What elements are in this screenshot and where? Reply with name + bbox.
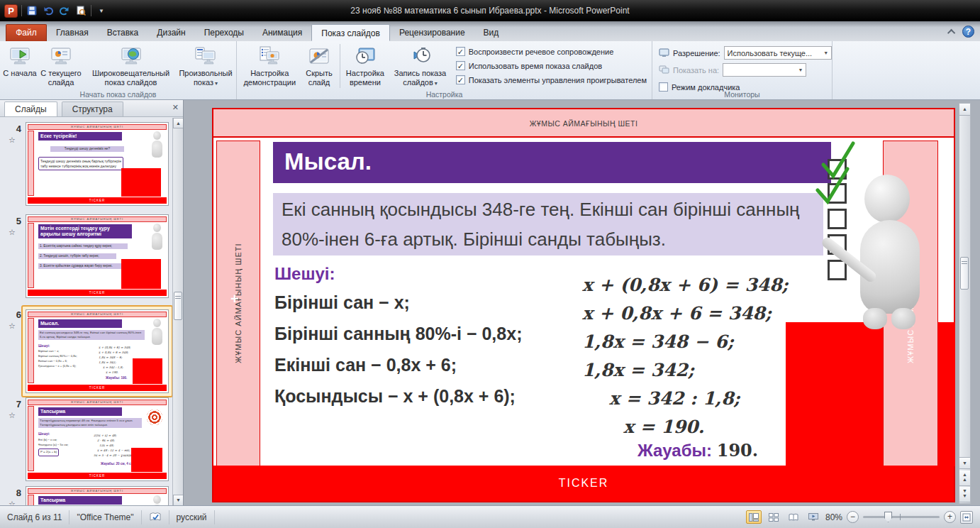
green-checkmark-icon	[808, 166, 852, 206]
normal-view-icon	[749, 513, 759, 522]
tab-home[interactable]: Главная	[47, 24, 98, 41]
combo-arrow-icon[interactable]: ▼	[821, 47, 831, 59]
slide-number: 4	[6, 123, 21, 134]
divider	[91, 5, 91, 16]
scroll-down-button[interactable]: ▼	[959, 457, 970, 469]
tab-slides-thumbnails[interactable]: Слайды	[4, 101, 57, 116]
checkbox-checked-icon[interactable]: ✓	[456, 75, 465, 84]
save-button[interactable]	[26, 4, 38, 17]
ticker-banner[interactable]: TICKER	[213, 466, 954, 501]
problem-text[interactable]: Екі санның қосындысы 348-ге тең. Екінші …	[273, 193, 823, 255]
tab-design[interactable]: Дизайн	[147, 24, 194, 41]
slideshow-view-button[interactable]	[806, 510, 821, 524]
equation-lines: x + (0,8x + 6) = 348; x + 0,8x + 6 = 348…	[582, 271, 816, 441]
rehearse-timings-button[interactable]: Настройка времени	[342, 43, 389, 89]
main-scrollbar-thumb[interactable]	[960, 257, 969, 290]
slide-title[interactable]: Мысал.	[273, 142, 831, 183]
resolution-row: Разрешение: Использовать текуще... ▼	[659, 46, 832, 60]
slide-number: 5	[6, 216, 21, 226]
tab-view[interactable]: Вид	[474, 24, 508, 41]
zoom-out-button[interactable]: −	[847, 511, 859, 523]
main-scrollbar[interactable]: ▲ ▼ ▲▲ ▼▼	[959, 103, 971, 504]
title-bar: P ▼ 23 ноя6 №88 математика 6 сынып Ибрае…	[0, 0, 980, 21]
record-slideshow-button[interactable]: Запись показа слайдов▾	[389, 43, 451, 89]
previous-slide-button[interactable]: ▲▲	[959, 471, 970, 486]
redo-button[interactable]	[58, 4, 71, 17]
slide-indicator: Слайд 6 из 11	[0, 510, 69, 524]
checkbox-checked-icon[interactable]: ✓	[456, 61, 465, 70]
tab-slideshow[interactable]: Показ слайдов	[311, 24, 390, 41]
slide-thumbnail-8[interactable]: ЖҰМЫС АЙМАҒЫНЫҢ ШЕТІ Тапсырма Үш тізбект…	[26, 486, 169, 505]
slide-canvas[interactable]: ЖҰМЫС АЙМАҒЫНЫҢ ШЕТІ ЖҰМЫС АЙМАҒЫНЫҢ ШЕТ…	[212, 108, 955, 502]
tab-animations[interactable]: Анимация	[253, 24, 311, 41]
group-monitors: Разрешение: Использовать текуще... ▼ Пок…	[652, 41, 833, 99]
slide-thumbnail-5[interactable]: ЖҰМЫС АЙМАҒЫНЫҢ ШЕТІ Мәтін есептерді тең…	[26, 214, 169, 298]
panel-scroll-down-button[interactable]: ▼	[173, 495, 184, 505]
slide-thumbnail-6[interactable]: ЖҰМЫС АЙМАҒЫНЫҢ ШЕТІ Мысал. Екі санның қ…	[26, 309, 169, 393]
next-slide-button[interactable]: ▼▼	[959, 487, 970, 502]
fit-to-window-button[interactable]	[960, 511, 973, 524]
answer-line: Жауабы: 190.	[637, 440, 758, 461]
checkbox-play-narrations[interactable]: ✓ Воспроизвести речевое сопровождение	[456, 47, 647, 56]
zoom-slider[interactable]	[863, 516, 940, 518]
panel-scrollbar[interactable]: ▲ ▼	[172, 118, 183, 505]
panel-scrollbar-thumb[interactable]	[174, 292, 182, 320]
slide-sorter-view-button[interactable]	[766, 510, 781, 524]
help-icon[interactable]: ?	[962, 26, 974, 38]
mini-person-figure	[150, 131, 164, 160]
quick-access-toolbar: P ▼	[0, 4, 108, 18]
reading-view-button[interactable]	[786, 510, 801, 524]
window-title: 23 ноя6 №88 математика 6 сынып Ибраева.p…	[0, 0, 980, 21]
normal-view-button[interactable]	[746, 510, 762, 524]
set-up-show-button[interactable]: Настройка демонстрации	[239, 43, 300, 89]
show-on-icon	[659, 65, 669, 75]
from-current-slide-button[interactable]: С текущего слайда	[38, 43, 84, 89]
slide-thumbnail-4[interactable]: ЖҰМЫС АЙМАҒЫНЫҢ ШЕТІ Еске түсірейік! Тең…	[26, 122, 169, 206]
group-title: Мониторы	[652, 90, 832, 99]
tab-insert[interactable]: Вставка	[98, 24, 148, 41]
work-area-top-edge: ЖҰМЫС АЙМАҒЫНЫҢ ШЕТІ	[213, 109, 954, 138]
slide-sorter-icon	[769, 513, 779, 522]
animation-star-icon: ☆	[9, 228, 16, 237]
qat-customize-button[interactable]: ▼	[95, 4, 108, 17]
custom-show-icon	[194, 45, 218, 69]
tab-transitions[interactable]: Переходы	[195, 24, 253, 41]
scroll-up-button[interactable]: ▲	[959, 104, 970, 116]
from-beginning-button[interactable]: С начала	[2, 43, 38, 89]
zoom-level[interactable]: 80%	[825, 512, 842, 522]
broadcast-globe-icon	[119, 45, 143, 69]
tab-review[interactable]: Рецензирование	[390, 24, 474, 41]
print-preview-button[interactable]	[74, 4, 87, 17]
panel-scroll-up-button[interactable]: ▲	[173, 118, 184, 128]
spellcheck-indicator[interactable]	[142, 510, 169, 524]
print-preview-icon	[75, 5, 87, 16]
resolution-select[interactable]: Использовать текуще... ▼	[724, 46, 832, 60]
group-title: Начать показ слайдов	[0, 90, 236, 99]
checkbox-show-media-controls[interactable]: ✓ Показать элементы управления проигрыва…	[456, 75, 647, 84]
ribbon-tab-row: Файл Главная Вставка Дизайн Переходы Ани…	[0, 21, 980, 41]
show-on-select[interactable]: ▼	[723, 63, 806, 77]
broadcast-slideshow-button[interactable]: Широковещательный показ слайдов	[84, 43, 177, 89]
theme-indicator[interactable]: "Office Theme"	[69, 510, 141, 524]
checkbox-checked-icon[interactable]: ✓	[456, 47, 465, 56]
hide-slide-icon	[307, 45, 331, 69]
dropdown-arrow-icon: ▾	[435, 80, 438, 87]
panel-tabs: Слайды Структура ✕	[0, 100, 183, 117]
language-indicator[interactable]: русский	[169, 510, 215, 524]
undo-button[interactable]	[42, 4, 55, 17]
animation-star-icon: ☆	[9, 136, 16, 145]
hide-slide-button[interactable]: Скрыть слайд	[300, 43, 338, 89]
zoom-in-button[interactable]: +	[944, 511, 956, 523]
set-up-show-icon	[257, 45, 282, 69]
tab-outline[interactable]: Структура	[62, 101, 123, 116]
group-title: Настройка	[237, 90, 652, 99]
powerpoint-logo-icon[interactable]: P	[4, 4, 18, 18]
slides-panel: Слайды Структура ✕ 4 ☆ ЖҰМЫС АЙМАҒЫНЫҢ Ш…	[0, 100, 184, 505]
combo-arrow-icon[interactable]: ▼	[796, 64, 806, 76]
close-panel-icon[interactable]: ✕	[172, 103, 179, 112]
zoom-slider-thumb[interactable]	[884, 512, 892, 522]
custom-slideshow-button[interactable]: Произвольный показ▾	[177, 43, 234, 89]
slide-thumbnail-7[interactable]: ЖҰМЫС АЙМАҒЫНЫҢ ШЕТІ Тапсырма Тіктөртбұр…	[26, 397, 169, 481]
tab-file[interactable]: Файл	[6, 24, 47, 41]
checkbox-use-timings[interactable]: ✓ Использовать время показа слайдов	[456, 61, 647, 70]
